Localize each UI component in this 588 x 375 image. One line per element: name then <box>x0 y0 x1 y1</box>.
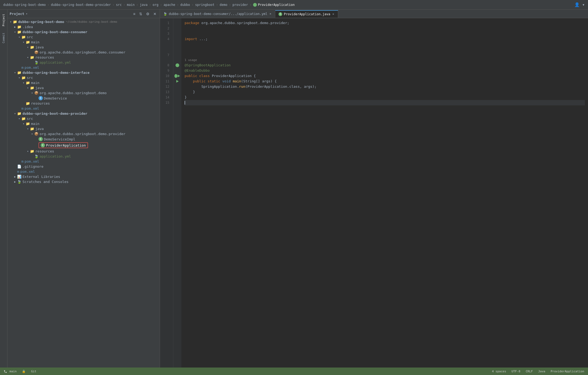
encoding-setting[interactable]: UTF-8 <box>510 369 522 374</box>
tree-item-consumer-resources[interactable]: ▾ 📁 resources <box>7 55 160 60</box>
tree-item-demoimpl[interactable]: C DemoServiceImpl <box>7 136 160 142</box>
toolbar-settings-btn[interactable]: ⚙ <box>145 11 151 17</box>
tree-item-interface-pom[interactable]: m pom.xml <box>7 106 160 111</box>
tree-item-root-pom[interactable]: m pom.xml <box>7 169 160 174</box>
tree-item-provider-java[interactable]: ▾ 📁 java <box>7 126 160 131</box>
bc-org[interactable]: org <box>153 3 159 7</box>
code-line-7 <box>185 52 585 58</box>
bc-demo[interactable]: demo <box>220 3 227 7</box>
class-tab-icon: C <box>278 12 282 16</box>
module-folder-icon: 📁 <box>17 30 21 34</box>
provider-app-box: C ProviderApplication <box>39 142 88 148</box>
git-status[interactable]: Git <box>29 369 38 374</box>
tree-item-idea[interactable]: ▶ 📁 .idea <box>7 24 160 29</box>
bottom-bar: main 🔒 Git 4 spaces UTF-8 CRLF Java Prov… <box>0 368 588 375</box>
bc-springboot[interactable]: springboot <box>195 3 214 7</box>
tree-item-interface-pkg[interactable]: ▾ 📦 org.apache.dubbo.springboot.demo <box>7 90 160 95</box>
tree-item-scratches[interactable]: ▶ 🍃 Scratches and Consoles <box>7 179 160 184</box>
pom-icon: m <box>21 106 24 110</box>
svg-point-0 <box>4 370 5 371</box>
tree-item-root[interactable]: ▾ 📁 dubbo-spring-boot-demo ~/code/dubbo-… <box>7 19 160 24</box>
bc-src[interactable]: src <box>116 3 122 7</box>
bc-main[interactable]: main <box>127 3 135 7</box>
lock-icon[interactable]: 🔒 <box>20 369 27 374</box>
tab-application-yml[interactable]: 🍃 dubbo-spring-boot-demo-consumer/.../ap… <box>160 10 275 17</box>
module-folder-icon: 📁 <box>17 112 21 116</box>
tree-item-interface-src[interactable]: ▾ 📁 src <box>7 75 160 80</box>
tab-close-active-btn[interactable]: ✕ <box>332 12 335 16</box>
toolbar-close-btn[interactable]: ✕ <box>152 11 158 17</box>
bc-apache[interactable]: apache <box>164 3 175 7</box>
tree-item-interface[interactable]: ▾ 📁 dubbo-spring-boot-demo-interface <box>7 70 160 75</box>
tree-item-demoservice[interactable]: I DemoService <box>7 95 160 101</box>
tree-item-consumer-appyml[interactable]: 🍃 application.yml <box>7 60 160 65</box>
sidebar-tab-commit[interactable]: Commit <box>1 30 6 45</box>
file-type[interactable]: Java <box>537 369 547 374</box>
tree-item-consumer-main[interactable]: ▾ 📁 main <box>7 40 160 45</box>
editor-area: 🍃 dubbo-spring-boot-demo-consumer/.../ap… <box>160 10 588 368</box>
tree-item-provider-appyml[interactable]: 🍃 application.yml <box>7 154 160 159</box>
pom-icon: m <box>17 170 19 174</box>
context-info[interactable]: ProviderApplication <box>549 369 586 374</box>
code-line-5-6 <box>185 42 585 52</box>
bc-provpkg[interactable]: provider <box>232 3 248 7</box>
package-icon: 📦 <box>34 91 39 95</box>
folder-icon: 📁 <box>13 20 17 24</box>
git-branch[interactable]: main <box>2 369 18 374</box>
spring-class-gutter-icon[interactable] <box>174 74 177 78</box>
tree-item-gitignore[interactable]: 📄 .gitignore <box>7 164 160 169</box>
tree-item-consumer-pkg[interactable]: 📦 org.apache.dubbo.springboot.demo.consu… <box>7 50 160 55</box>
toolbar-collapse-btn[interactable]: ≡ <box>132 11 136 17</box>
tree-item-extlibs[interactable]: ▶ 📊 External Libraries <box>7 174 160 179</box>
folder-icon: 📁 <box>26 40 30 44</box>
tree-item-consumer-java[interactable]: ▾ 📁 java <box>7 45 160 50</box>
pom-icon: m <box>21 66 24 70</box>
sidebar-tab-project[interactable]: Project <box>1 12 6 28</box>
tree-item-provider-pom[interactable]: m pom.xml <box>7 159 160 164</box>
tree-item-provider-src[interactable]: ▾ 📁 src <box>7 116 160 121</box>
line-endings[interactable]: CRLF <box>524 369 534 374</box>
src-folder-icon: 📁 <box>21 76 26 80</box>
user-icon[interactable]: 👤 ▾ <box>574 2 585 7</box>
code-line-12: SpringApplication.run(ProviderApplicatio… <box>185 84 585 89</box>
tree-item-interface-main[interactable]: ▾ 📁 main <box>7 80 160 85</box>
tab-label-active: ProviderApplication.java <box>284 12 330 16</box>
run-gutter-icon[interactable] <box>177 74 180 78</box>
bc-dubbo[interactable]: dubbo <box>180 3 190 7</box>
tree-item-providerapplication[interactable]: C ProviderApplication <box>7 142 160 149</box>
code-line-15 <box>185 100 585 105</box>
code-content[interactable]: package org.apache.dubbo.springboot.demo… <box>181 18 588 368</box>
bc-class[interactable]: ProviderApplication <box>258 3 295 7</box>
tree-item-provider-resources[interactable]: ▾ 📁 resources <box>7 149 160 154</box>
project-panel: Project ▾ ≡ ⇅ ⚙ ✕ ▾ 📁 dubbo-spring-boot-… <box>7 10 160 368</box>
tree-item-consumer-src[interactable]: ▾ 📁 src <box>7 35 160 40</box>
project-dropdown-arrow[interactable]: ▾ <box>26 12 28 15</box>
code-line-13: } <box>185 89 585 95</box>
code-line-9: @EnableDubbo <box>185 68 585 73</box>
line-numbers: 1 2 3 4 7 8 9 10 11 12 13 14 15 <box>160 18 173 368</box>
indent-setting[interactable]: 4 spaces <box>490 369 508 374</box>
tree-item-interface-resources[interactable]: 📁 resources <box>7 101 160 106</box>
run-method-gutter-icon[interactable] <box>175 79 179 83</box>
tree-item-provider[interactable]: ▾ 📁 dubbo-spring-boot-demo-provider <box>7 111 160 116</box>
scratch-icon: 🍃 <box>17 180 21 184</box>
tree-item-interface-java[interactable]: ▾ 📁 java <box>7 85 160 90</box>
bc-root[interactable]: dubbo-spring-boot-demo <box>3 3 46 7</box>
spring-boot-gutter-icon[interactable] <box>175 63 179 67</box>
tree-item-consumer[interactable]: ▾ 📁 dubbo-spring-boot-demo-consumer <box>7 29 160 35</box>
code-line-3 <box>185 31 585 36</box>
tree-item-provider-pkg[interactable]: ▾ 📦 org.apache.dubbo.springboot.demo.pro… <box>7 131 160 136</box>
folder-icon: 📁 <box>30 45 34 49</box>
tab-provider-application[interactable]: C ProviderApplication.java ✕ <box>275 10 338 18</box>
tree-item-consumer-pom[interactable]: m pom.xml <box>7 65 160 70</box>
code-line-11: public static void main(String[] args) { <box>185 79 585 84</box>
tab-close-btn[interactable]: ✕ <box>269 12 272 16</box>
spring-icon <box>253 3 257 7</box>
bc-java[interactable]: java <box>140 3 147 7</box>
spring-tab-icon: 🍃 <box>163 12 167 16</box>
folder-icon: 📁 <box>26 122 30 126</box>
tree-item-provider-main[interactable]: ▾ 📁 main <box>7 121 160 126</box>
extlib-icon: 📊 <box>17 175 21 179</box>
bc-provider[interactable]: dubbo-spring-boot-demo-provider <box>51 3 111 7</box>
toolbar-expand-btn[interactable]: ⇅ <box>138 11 143 17</box>
